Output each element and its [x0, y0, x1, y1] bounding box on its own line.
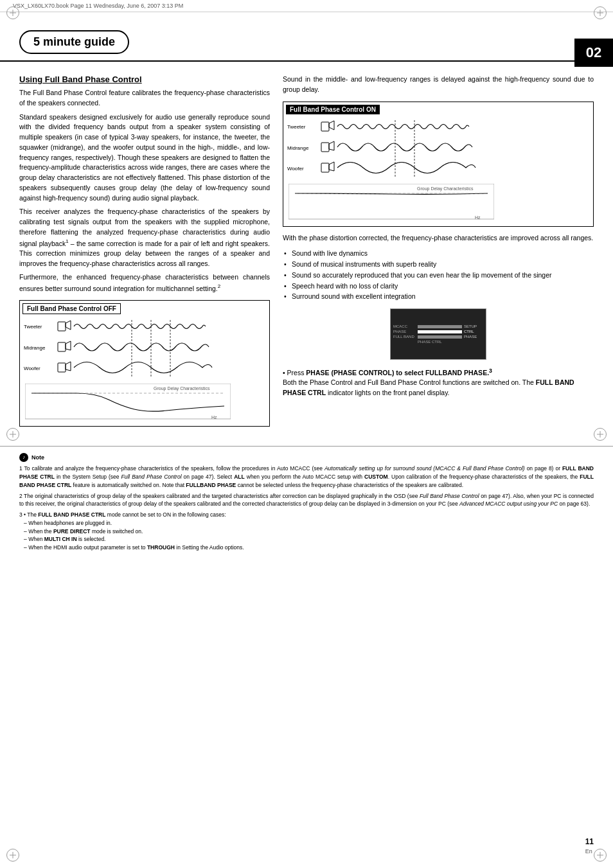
notes-section: ♪ Note 1 To calibrate and analyze the fr… [0, 446, 613, 561]
bullet-1: Sound with live dynamics [283, 248, 594, 259]
diagram-on-label: Full Band Phase Control ON [286, 105, 380, 114]
right-margin-mark [594, 428, 607, 441]
svg-text:Group Delay Characteristics: Group Delay Characteristics [154, 386, 210, 391]
waveform-off-svg: Tweeter Midrange Woofer [22, 317, 241, 381]
note-icon: ♪ [19, 453, 28, 462]
corner-mark-tl [6, 6, 19, 19]
bullet-3: Sound so accurately reproduced that you … [283, 270, 594, 281]
group-delay-off-chart: Group Delay Characteristics Hz [25, 384, 231, 422]
note-2: 2 The original characteristics of group … [19, 492, 594, 509]
page-number: 11 [585, 837, 594, 846]
page-title-area: 5 minute guide [0, 19, 613, 62]
group-delay-on-chart: Group Delay Characteristics Hz [289, 184, 494, 222]
after-on-text: With the phase distortion corrected, the… [283, 233, 594, 244]
osd-image: MCACC SETUP PHASE CTRL FULL BAND PHASE P… [390, 308, 486, 360]
svg-text:Hz: Hz [211, 415, 217, 420]
chapter-badge: 02 [574, 39, 613, 67]
svg-marker-21 [329, 141, 334, 150]
svg-rect-17 [321, 122, 329, 131]
top-bar: VSX_LX60LX70.book Page 11 Wednesday, Jun… [0, 0, 613, 12]
page-number-area: 11 En [585, 837, 594, 855]
bullet-2: Sound of musical instruments with superb… [283, 259, 594, 270]
corner-mark-tr [594, 6, 607, 19]
diagram-off-label: Full Band Phase Control OFF [22, 303, 121, 314]
left-column: Using Full Band Phase Control The Full B… [19, 75, 270, 433]
left-margin-mark [6, 428, 19, 441]
svg-marker-18 [329, 121, 334, 130]
svg-rect-23 [321, 163, 329, 172]
diagram-off-box: Full Band Phase Control OFF Tweeter Midr… [19, 300, 270, 427]
svg-marker-8 [66, 362, 71, 371]
note-1: 1 To calibrate and analyze the frequency… [19, 465, 594, 489]
svg-text:Woofer: Woofer [287, 166, 304, 172]
para-1: The Full Band Phase Control feature cali… [19, 88, 270, 109]
press-instruction: • Press PHASE (PHASE CONTROL) to select … [283, 366, 594, 398]
corner-mark-bl [6, 849, 19, 862]
note-title: Note [31, 454, 44, 463]
svg-text:Hz: Hz [475, 215, 481, 220]
file-info: VSX_LX60LX70.book Page 11 Wednesday, Jun… [13, 3, 183, 9]
para-2: Standard speakers designed exclusively f… [19, 112, 270, 204]
osd-row-1: MCACC SETUP [393, 324, 483, 328]
diagram-on-box: Full Band Phase Control ON Tweeter Midra… [283, 102, 594, 227]
page-lang: En [585, 848, 592, 855]
main-content: Using Full Band Phase Control The Full B… [0, 75, 613, 433]
svg-rect-4 [58, 342, 66, 351]
right-column: Sound in the middle- and low-frequency r… [283, 75, 594, 433]
note-3: 3 • The FULL BAND PHASE CTRL mode cannot… [19, 511, 594, 552]
bullet-5: Surround sound with excellent integratio… [283, 291, 594, 302]
page-title: 5 minute guide [19, 30, 129, 54]
corner-mark-br [594, 849, 607, 862]
svg-rect-7 [58, 363, 66, 372]
svg-text:Woofer: Woofer [24, 366, 40, 371]
svg-text:Tweeter: Tweeter [287, 124, 306, 130]
benefits-list: Sound with live dynamics Sound of musica… [283, 248, 594, 302]
svg-marker-5 [66, 341, 71, 350]
svg-text:Group Delay Characteristics: Group Delay Characteristics [417, 186, 474, 191]
svg-marker-2 [66, 321, 71, 330]
bullet-4: Speech heard with no loss of clarity [283, 281, 594, 292]
svg-text:Tweeter: Tweeter [24, 324, 42, 330]
note-header: ♪ Note [19, 453, 594, 462]
waveform-on-svg: Tweeter Midrange Woofer [286, 117, 504, 181]
svg-text:Midrange: Midrange [24, 345, 46, 351]
intro-text: Sound in the middle- and low-frequency r… [283, 75, 594, 95]
para-4: Furthermore, the enhanced frequency-phas… [19, 272, 270, 294]
para-3: This receiver analyzes the frequency-pha… [19, 207, 270, 269]
svg-marker-24 [329, 162, 334, 171]
svg-text:Midrange: Midrange [287, 145, 309, 151]
svg-rect-1 [58, 322, 66, 331]
section-title: Using Full Band Phase Control [19, 75, 270, 84]
page-container: VSX_LX60LX70.book Page 11 Wednesday, Jun… [0, 0, 613, 868]
svg-rect-20 [321, 143, 329, 152]
